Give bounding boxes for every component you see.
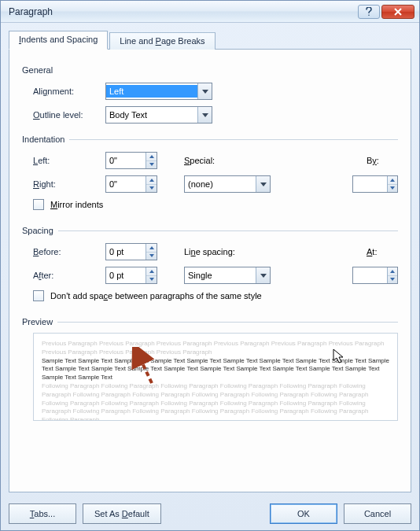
at-spinner[interactable]	[352, 267, 398, 284]
before-value[interactable]	[106, 245, 146, 258]
after-spinner[interactable]	[105, 267, 157, 284]
indent-left-label: Left:	[33, 156, 105, 165]
dropdown-icon	[197, 83, 212, 99]
line-spacing-label: Line spacing:	[184, 247, 255, 256]
ok-button[interactable]: OK	[270, 503, 337, 524]
titlebar: Paragraph	[1, 1, 419, 23]
indent-right-spinner[interactable]	[105, 175, 157, 193]
line-spacing-value: Single	[185, 269, 256, 282]
tab-label: ndents and Spacing	[21, 35, 98, 44]
spin-up-icon[interactable]	[146, 153, 157, 161]
dropdown-icon	[197, 107, 212, 123]
by-label: By:	[367, 156, 398, 165]
tabs-button[interactable]: Tabs...	[9, 503, 76, 524]
close-button[interactable]	[381, 5, 414, 19]
preview-sample: Sample Text Sample Text Sample Text Samp…	[42, 357, 389, 382]
outline-value: Body Text	[106, 109, 197, 121]
tab-line-page-breaks[interactable]: Line and Page Breaks	[109, 32, 215, 50]
spin-up-icon[interactable]	[388, 176, 397, 185]
tab-bar: Indents and Spacing Line and Page Breaks	[9, 31, 411, 50]
line-spacing-combo[interactable]: Single	[184, 267, 271, 284]
outline-combo[interactable]: Body Text	[105, 106, 212, 124]
no-space-label: Don't add space between paragraphs of th…	[50, 291, 262, 301]
button-bar: Tabs... Set As Default OK Cancel	[9, 503, 411, 524]
alignment-combo[interactable]: Left	[105, 83, 212, 100]
spin-down-icon[interactable]	[146, 276, 157, 284]
spin-down-icon[interactable]	[146, 253, 157, 260]
set-default-button[interactable]: Set As Default	[83, 503, 161, 524]
cancel-button[interactable]: Cancel	[344, 503, 411, 524]
preview-box: Previous Paragraph Previous Paragraph Pr…	[33, 333, 398, 421]
special-combo[interactable]: (none)	[184, 175, 271, 193]
help-icon	[365, 7, 373, 17]
spin-down-icon[interactable]	[146, 185, 157, 193]
indent-right-label: Right:	[33, 179, 105, 189]
mirror-indents-label: Mirror indents	[50, 200, 103, 209]
dropdown-icon	[256, 267, 270, 283]
at-label: At:	[367, 247, 398, 256]
indent-left-spinner[interactable]	[105, 152, 157, 169]
help-button[interactable]	[358, 5, 380, 19]
section-general: General	[22, 65, 398, 75]
dialog-title: Paragraph	[9, 6, 356, 17]
by-value[interactable]	[353, 178, 387, 190]
spin-down-icon[interactable]	[146, 161, 157, 169]
section-preview: Preview	[22, 317, 57, 326]
tab-panel: General Alignment: Left Outline level: B…	[9, 49, 411, 492]
by-spinner[interactable]	[352, 175, 398, 193]
dropdown-icon	[256, 176, 270, 192]
close-icon	[393, 8, 403, 16]
alignment-label: Alignment:	[33, 87, 105, 96]
spin-up-icon[interactable]	[388, 267, 397, 276]
indent-right-value[interactable]	[106, 178, 146, 190]
before-spinner[interactable]	[105, 243, 157, 260]
preview-previous: Previous Paragraph Previous Paragraph Pr…	[42, 340, 389, 357]
mirror-indents-checkbox[interactable]	[33, 199, 44, 210]
after-value[interactable]	[106, 269, 146, 282]
spin-down-icon[interactable]	[388, 276, 397, 284]
outline-label: Outline level:	[33, 110, 105, 120]
section-indentation: Indentation	[22, 135, 69, 144]
indent-left-value[interactable]	[106, 154, 146, 167]
spin-up-icon[interactable]	[146, 176, 157, 185]
section-spacing: Spacing	[22, 226, 58, 235]
no-space-checkbox[interactable]	[33, 290, 44, 301]
before-label: Before:	[33, 247, 105, 256]
special-value: (none)	[185, 178, 256, 190]
spin-down-icon[interactable]	[388, 185, 397, 193]
spin-up-icon[interactable]	[146, 244, 157, 253]
preview-following: Following Paragraph Following Paragraph …	[42, 382, 389, 421]
after-label: After:	[33, 271, 105, 280]
special-label: Special:	[184, 156, 245, 165]
tab-indents-spacing[interactable]: Indents and Spacing	[9, 31, 108, 50]
alignment-value: Left	[106, 85, 197, 98]
at-value[interactable]	[353, 269, 387, 282]
spin-up-icon[interactable]	[146, 267, 157, 276]
